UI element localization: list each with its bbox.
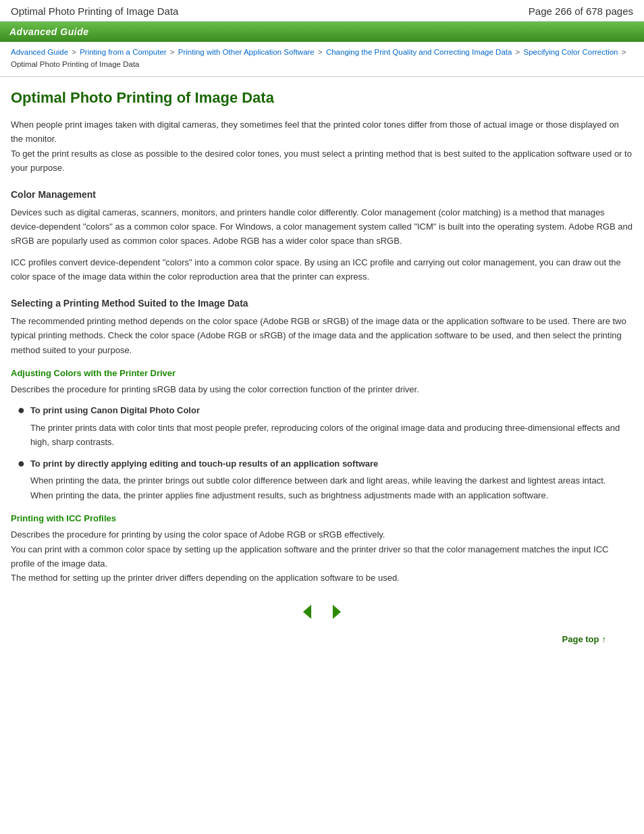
page-top-bar: Page top ↑ — [11, 629, 633, 644]
banner-label: Advanced Guide — [9, 26, 88, 37]
prev-page-button[interactable] — [297, 602, 317, 622]
breadcrumb-current: Optimal Photo Printing of Image Data — [11, 60, 140, 68]
breadcrumb-sep-2: > — [170, 48, 177, 56]
page-title: Optimal Photo Printing of Image Data — [11, 89, 633, 107]
section-heading-color-management: Color Management — [11, 189, 633, 200]
bullet-dot-2: ● — [18, 457, 25, 471]
section-heading-icc-profiles: Printing with ICC Profiles — [11, 513, 633, 523]
green-banner: Advanced Guide — [0, 22, 644, 42]
body-color-management-2: ICC profiles convert device-dependent "c… — [11, 255, 633, 284]
section-heading-printing-method: Selecting a Printing Method Suited to th… — [11, 298, 633, 309]
section-heading-adjusting-colors: Adjusting Colors with the Printer Driver — [11, 368, 633, 378]
breadcrumb: Advanced Guide > Printing from a Compute… — [0, 42, 644, 77]
body-adjusting-colors: Describes the procedure for printing sRG… — [11, 382, 633, 396]
body-color-management-1: Devices such as digital cameras, scanner… — [11, 205, 633, 249]
intro-line-2: To get the print results as close as pos… — [11, 149, 632, 173]
breadcrumb-link-2[interactable]: Printing from a Computer — [80, 48, 166, 56]
breadcrumb-link-1[interactable]: Advanced Guide — [11, 48, 68, 56]
breadcrumb-link-5[interactable]: Specifying Color Correction — [524, 48, 618, 56]
header-title: Optimal Photo Printing of Image Data — [11, 5, 178, 17]
main-content: Optimal Photo Printing of Image Data Whe… — [0, 77, 644, 664]
bullet-body-2: When printing the data, the printer brin… — [30, 473, 606, 502]
breadcrumb-sep-4: > — [516, 48, 522, 56]
bullet-item-2: ● To print by directly applying editing … — [18, 457, 633, 502]
intro-line-1: When people print images taken with digi… — [11, 120, 619, 144]
body-printing-method: The recommended printing method depends … — [11, 314, 633, 357]
bullet-content-2: To print by directly applying editing an… — [30, 457, 606, 502]
bullet-body-1: The printer prints data with color tints… — [30, 421, 633, 450]
svg-marker-0 — [303, 604, 311, 619]
bullet-label-2: To print by directly applying editing an… — [30, 459, 378, 469]
breadcrumb-sep-3: > — [318, 48, 325, 56]
page-top-link[interactable]: Page top ↑ — [562, 634, 606, 644]
breadcrumb-link-3[interactable]: Printing with Other Application Software — [178, 48, 315, 56]
body-icc-profiles: Describes the procedure for printing by … — [11, 527, 633, 585]
bullet-content-1: To print using Canon Digital Photo Color… — [30, 403, 633, 449]
breadcrumb-link-4[interactable]: Changing the Print Quality and Correctin… — [326, 48, 512, 56]
next-page-button[interactable] — [327, 602, 347, 622]
bullet-dot-1: ● — [18, 403, 25, 418]
svg-marker-1 — [333, 604, 341, 619]
nav-arrows — [11, 602, 633, 622]
page-top-arrow-icon: ↑ — [602, 634, 607, 644]
header-bar: Optimal Photo Printing of Image Data Pag… — [0, 0, 644, 22]
breadcrumb-sep-5: > — [622, 48, 626, 56]
bullet-label-1: To print using Canon Digital Photo Color — [30, 405, 200, 415]
header-pages: Page 266 of 678 pages — [529, 5, 633, 17]
intro-paragraph: When people print images taken with digi… — [11, 118, 633, 176]
breadcrumb-sep-1: > — [72, 48, 78, 56]
bullet-item-1: ● To print using Canon Digital Photo Col… — [18, 403, 633, 449]
page-top-label: Page top — [562, 634, 599, 644]
